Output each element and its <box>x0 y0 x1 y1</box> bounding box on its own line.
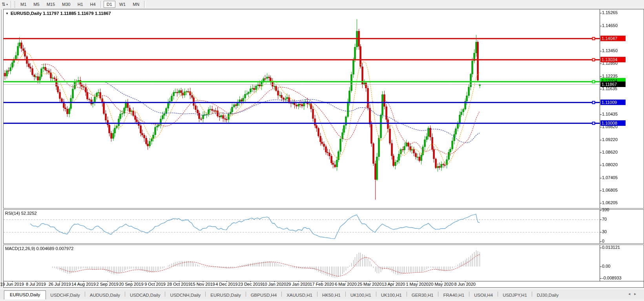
tab-separator <box>498 292 498 297</box>
collapse-triangle-icon[interactable]: ▼ <box>5 12 9 15</box>
panel-splitter[interactable] <box>3 208 644 210</box>
price-axis-label: 1.13450 <box>602 48 618 53</box>
timeframe-button-m5[interactable]: M5 <box>30 1 42 8</box>
timeframe-button-m15[interactable]: M15 <box>44 1 58 8</box>
toolbar-grip[interactable] <box>14 1 15 7</box>
chart-tab-usdchf-daily[interactable]: USDCHF,Daily <box>46 291 84 299</box>
timeframe-button-m1[interactable]: M1 <box>17 1 29 8</box>
axis-tick <box>600 219 602 220</box>
axis-tick <box>600 26 602 26</box>
timeframe-button-h4[interactable]: H4 <box>87 1 99 8</box>
chart-tab-gbpusd-h4[interactable]: GBPUSD,H4 <box>246 291 281 299</box>
time-axis-tick <box>203 281 203 282</box>
time-axis-tick <box>322 281 322 282</box>
price-axis-label: 30 <box>602 229 607 234</box>
chart-tab-usdcad-daily[interactable]: USDCAD,Daily <box>126 291 164 299</box>
tab-separator <box>345 292 346 297</box>
time-axis-tick <box>274 281 275 282</box>
chart-tab-usdcnh-daily[interactable]: USDCNH,Daily <box>166 291 205 299</box>
window-left-edge <box>1 9 3 287</box>
chart-tab-ger30-h1[interactable]: GER30,H1 <box>407 291 438 299</box>
axis-tick <box>600 278 602 279</box>
level-price-badge: 1.14047 <box>600 36 626 41</box>
timeframe-button-d1[interactable]: D1 <box>104 1 115 8</box>
price-axis-label: 0.013121 <box>602 245 620 250</box>
axis-tick <box>600 140 602 140</box>
time-axis-border <box>3 281 644 281</box>
axis-tick <box>600 127 602 127</box>
time-axis-tick <box>12 281 13 282</box>
chart-tab-uk100-h1[interactable]: UK100,H1 <box>377 291 406 299</box>
rsi-indicator-chart[interactable] <box>4 209 600 243</box>
tab-separator <box>165 292 165 297</box>
current-price-badge: 1.11867 <box>600 82 626 87</box>
time-axis-tick <box>465 281 465 282</box>
timeframe-button-m30[interactable]: M30 <box>59 1 73 8</box>
price-axis-label: 1.07405 <box>602 175 618 180</box>
time-axis-tick <box>131 281 131 282</box>
axis-tick <box>600 232 602 232</box>
time-axis-tick <box>298 281 299 282</box>
charts-toolbar-icon[interactable]: ⇅ <box>0 2 6 7</box>
rsi-label: RSI(14) 52.3252 <box>5 211 37 216</box>
chart-tab-dj30-daily[interactable]: DJ30,Daily <box>533 291 563 299</box>
tab-separator <box>246 292 246 297</box>
chart-tab-uk100-h1[interactable]: UK100,H1 <box>346 291 376 299</box>
chart-tab-audusd-daily[interactable]: AUDUSD,Daily <box>86 291 124 299</box>
tab-separator <box>376 292 376 297</box>
price-axis-label: 1.08620 <box>602 150 618 154</box>
tab-scroll-right-icon[interactable]: ▸ <box>634 292 640 296</box>
tab-scroll-arrows: ◂▸ <box>628 292 640 296</box>
axis-tick <box>600 178 602 178</box>
toolbar: ⇅ ▾ M1M5M15M30H1H4D1W1MN <box>0 0 644 9</box>
axis-tick <box>600 267 602 267</box>
price-axis-label: 1.09220 <box>602 137 618 142</box>
time-axis-tick <box>370 281 370 282</box>
time-axis-tick <box>84 281 84 282</box>
level-price-badge: 1.10008 <box>600 120 626 126</box>
candlestick-chart[interactable] <box>4 9 600 208</box>
chart-tab-usdjpy-h1[interactable]: USDJPY,H1 <box>498 291 531 299</box>
time-axis-label: 8 Jun 2020 <box>449 282 482 286</box>
chart-tab-usoil-h4[interactable]: USOil,H4 <box>470 291 497 299</box>
axis-tick <box>600 248 602 248</box>
time-axis-tick <box>417 281 418 282</box>
toolbar-separator <box>11 1 12 8</box>
price-axis-label: -0.008933 <box>602 276 622 280</box>
tab-separator <box>205 292 206 297</box>
price-axis-label: 1.15265 <box>602 10 618 15</box>
price-axis-border <box>600 9 600 281</box>
axis-tick <box>600 203 602 203</box>
time-axis-tick <box>60 281 60 282</box>
tab-separator <box>469 292 469 297</box>
time-axis-tick <box>393 281 394 282</box>
chart-tab-eurusd-daily[interactable]: EURUSD,Daily <box>4 290 46 299</box>
price-axis-label: 70 <box>602 217 607 221</box>
chevron-down-icon[interactable]: ▾ <box>6 3 9 6</box>
chart-tab-fra40-h1[interactable]: FRA40,H1 <box>439 291 469 299</box>
timeframe-buttons: M1M5M15M30H1H4D1W1MN <box>17 1 147 8</box>
timeframe-button-mn[interactable]: MN <box>130 1 142 8</box>
chart-tab-hk50-h1[interactable]: HK50,H1 <box>318 291 345 299</box>
price-axis-label: 1.06805 <box>602 188 618 192</box>
chart-tab-xauusd-h1[interactable]: XAUUSD,H1 <box>282 291 317 299</box>
macd-indicator-chart[interactable] <box>4 245 600 281</box>
axis-tick <box>600 51 602 51</box>
chart-title: ▼EURUSD,Daily 1.11797 1.11885 1.11679 1.… <box>5 11 111 16</box>
timeframe-button-h1[interactable]: H1 <box>74 1 86 8</box>
tab-separator <box>438 292 438 297</box>
chart-tab-eurusd-daily[interactable]: EURUSD,Daily <box>206 291 245 299</box>
time-axis-tick <box>250 281 251 282</box>
tab-separator <box>281 292 282 297</box>
timeframe-button-w1[interactable]: W1 <box>116 1 129 8</box>
chart-tab-bar: EURUSD,DailyUSDCHF,DailyAUDUSD,DailyUSDC… <box>0 289 644 299</box>
axis-tick <box>600 114 602 115</box>
tab-separator <box>317 292 317 297</box>
macd-label: MACD(12,26,9) 0.004689 0.007972 <box>5 246 73 251</box>
price-axis-label: 1.06205 <box>602 200 618 205</box>
axis-tick <box>600 89 602 89</box>
level-price-badge: 1.13034 <box>600 57 626 62</box>
panel-splitter[interactable] <box>3 243 644 245</box>
tab-separator <box>85 292 85 297</box>
tab-scroll-left-icon[interactable]: ◂ <box>628 292 634 296</box>
